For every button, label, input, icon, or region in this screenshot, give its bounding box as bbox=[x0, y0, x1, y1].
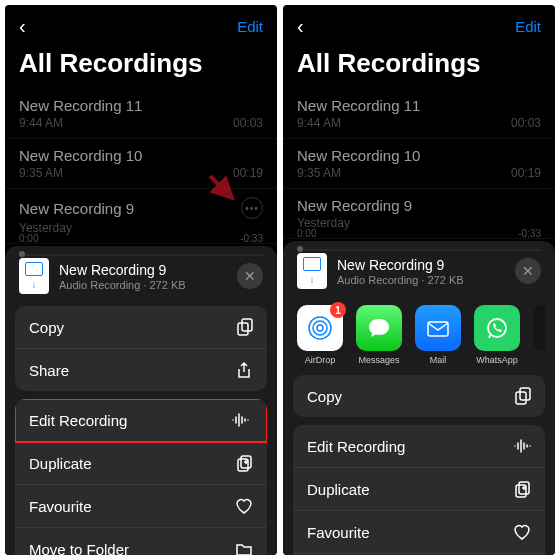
svg-line-0 bbox=[210, 176, 232, 198]
mail-icon bbox=[415, 305, 461, 351]
copy-icon bbox=[513, 387, 531, 405]
whatsapp-app[interactable]: WhatsApp bbox=[474, 305, 520, 365]
airdrop-icon: 1 bbox=[297, 305, 343, 351]
move-action[interactable]: Move to Folder bbox=[293, 554, 545, 555]
close-icon[interactable]: ✕ bbox=[515, 258, 541, 284]
navbar: ‹ Edit bbox=[283, 5, 555, 42]
voice-memos-app[interactable]: Voic bbox=[533, 305, 545, 365]
file-icon bbox=[19, 258, 49, 294]
back-icon[interactable]: ‹ bbox=[19, 15, 26, 38]
copy-action[interactable]: Copy bbox=[15, 306, 267, 349]
back-icon[interactable]: ‹ bbox=[297, 15, 304, 38]
whatsapp-icon bbox=[474, 305, 520, 351]
close-icon[interactable]: ✕ bbox=[237, 263, 263, 289]
copy-action[interactable]: Copy bbox=[293, 375, 545, 417]
duplicate-icon bbox=[513, 480, 531, 498]
recording-name: New Recording 10 bbox=[19, 147, 263, 164]
annotation-arrow bbox=[206, 172, 238, 204]
favourite-action[interactable]: Favourite bbox=[15, 485, 267, 528]
move-action[interactable]: Move to Folder bbox=[15, 528, 267, 555]
messages-icon bbox=[356, 305, 402, 351]
svg-rect-8 bbox=[428, 322, 448, 336]
share-icon bbox=[235, 361, 253, 379]
heart-icon bbox=[513, 523, 531, 541]
edit-button[interactable]: Edit bbox=[515, 18, 541, 35]
edit-recording-action[interactable]: Edit Recording bbox=[293, 425, 545, 468]
recording-row[interactable]: New Recording 10 9:35 AM00:19 bbox=[283, 139, 555, 189]
recording-name: New Recording 11 bbox=[19, 97, 263, 114]
mail-app[interactable]: Mail bbox=[415, 305, 461, 365]
svg-rect-11 bbox=[520, 388, 530, 400]
edit-recording-action[interactable]: Edit Recording bbox=[15, 399, 267, 442]
recording-row[interactable]: New Recording 11 9:44 AM00:03 bbox=[5, 89, 277, 139]
svg-rect-1 bbox=[238, 323, 248, 335]
messages-app[interactable]: Messages bbox=[356, 305, 402, 365]
svg-point-6 bbox=[313, 321, 327, 335]
more-icon[interactable]: ••• bbox=[241, 197, 263, 219]
heart-icon bbox=[235, 497, 253, 515]
duplicate-action[interactable]: Duplicate bbox=[15, 442, 267, 485]
sheet-title: New Recording 9 bbox=[59, 262, 227, 278]
duplicate-action[interactable]: Duplicate bbox=[293, 468, 545, 511]
svg-point-5 bbox=[317, 325, 323, 331]
svg-rect-2 bbox=[242, 319, 252, 331]
copy-icon bbox=[235, 318, 253, 336]
file-icon bbox=[297, 253, 327, 289]
share-action[interactable]: Share bbox=[15, 349, 267, 391]
recording-row[interactable]: New Recording 11 9:44 AM00:03 bbox=[283, 89, 555, 139]
edit-button[interactable]: Edit bbox=[237, 18, 263, 35]
phone-left: ‹ Edit All Recordings New Recording 11 9… bbox=[5, 5, 277, 555]
voice-icon bbox=[533, 305, 545, 351]
favourite-action[interactable]: Favourite bbox=[293, 511, 545, 554]
page-title: All Recordings bbox=[283, 42, 555, 89]
recording-name: New Recording 9 bbox=[19, 200, 134, 217]
page-title: All Recordings bbox=[5, 42, 277, 89]
badge: 1 bbox=[330, 302, 346, 318]
share-apps-row: 1 AirDrop Messages Mail WhatsApp Voic bbox=[293, 301, 545, 375]
action-sheet: New Recording 9 Audio Recording · 272 KB… bbox=[5, 246, 277, 555]
navbar: ‹ Edit bbox=[5, 5, 277, 42]
sheet-meta: Audio Recording · 272 KB bbox=[59, 279, 227, 291]
duplicate-icon bbox=[235, 454, 253, 472]
svg-rect-10 bbox=[516, 392, 526, 404]
share-sheet: New Recording 9 Audio Recording · 272 KB… bbox=[283, 241, 555, 555]
waveform-icon bbox=[513, 437, 531, 455]
phone-right: ‹ Edit All Recordings New Recording 11 9… bbox=[283, 5, 555, 555]
airdrop-app[interactable]: 1 AirDrop bbox=[297, 305, 343, 365]
folder-icon bbox=[235, 540, 253, 555]
waveform-icon bbox=[231, 411, 249, 429]
